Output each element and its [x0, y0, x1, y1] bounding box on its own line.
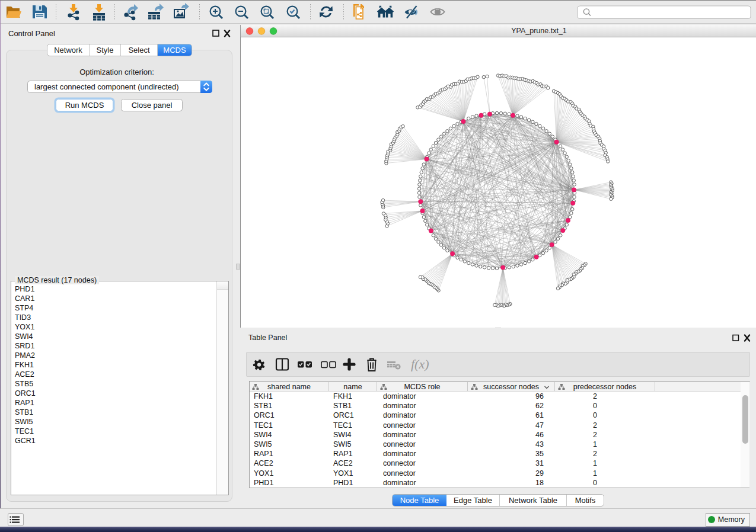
svg-text:f(x): f(x) — [411, 357, 429, 371]
